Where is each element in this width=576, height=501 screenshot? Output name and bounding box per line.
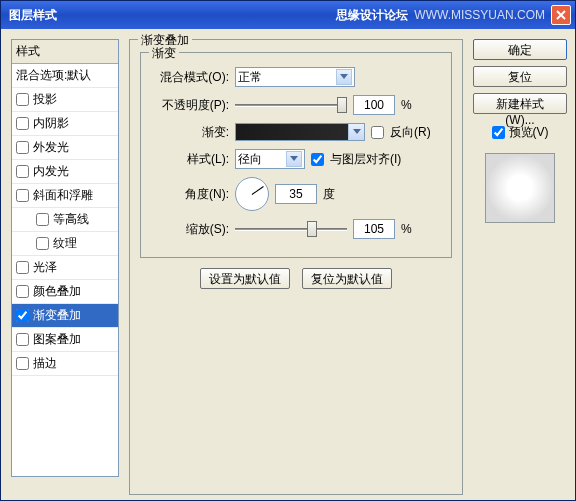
style-outer-glow[interactable]: 外发光 [12, 136, 118, 160]
pattern-overlay-checkbox[interactable] [16, 333, 29, 346]
style-label: 样式(L): [151, 151, 229, 168]
style-inner-glow[interactable]: 内发光 [12, 160, 118, 184]
angle-label: 角度(N): [151, 186, 229, 203]
window-title: 图层样式 [9, 7, 57, 24]
scale-slider[interactable] [235, 219, 347, 239]
gradient-overlay-checkbox[interactable] [16, 309, 29, 322]
cancel-button[interactable]: 复位 [473, 66, 567, 87]
blend-mode-combo[interactable]: 正常 [235, 67, 355, 87]
percent-label-2: % [401, 222, 412, 236]
chevron-down-icon [348, 124, 364, 140]
opacity-label: 不透明度(P): [151, 97, 229, 114]
opacity-input[interactable] [353, 95, 395, 115]
make-default-button[interactable]: 设置为默认值 [200, 268, 290, 289]
gradient-group-title: 渐变 [149, 45, 179, 62]
new-style-button[interactable]: 新建样式(W)... [473, 93, 567, 114]
style-texture[interactable]: 纹理 [12, 232, 118, 256]
style-combo[interactable]: 径向 [235, 149, 305, 169]
watermark-text-2: WWW.MISSYUAN.COM [414, 8, 545, 22]
reset-default-button[interactable]: 复位为默认值 [302, 268, 392, 289]
gradient-group: 渐变 混合模式(O): 正常 不透明度(P): [140, 52, 452, 258]
ok-button[interactable]: 确定 [473, 39, 567, 60]
drop-shadow-checkbox[interactable] [16, 93, 29, 106]
scale-label: 缩放(S): [151, 221, 229, 238]
style-list: 样式 混合选项:默认 投影 内阴影 外发光 内发光 斜面和浮雕 等高线 纹理 光… [11, 39, 119, 477]
preview-checkbox[interactable] [492, 126, 505, 139]
titlebar[interactable]: 图层样式 思缘设计论坛 WWW.MISSYUAN.COM [1, 1, 575, 29]
layer-style-dialog: 图层样式 思缘设计论坛 WWW.MISSYUAN.COM 样式 混合选项:默认 … [0, 0, 576, 501]
style-bevel[interactable]: 斜面和浮雕 [12, 184, 118, 208]
style-inner-shadow[interactable]: 内阴影 [12, 112, 118, 136]
texture-checkbox[interactable] [36, 237, 49, 250]
main-panel: 渐变叠加 渐变 混合模式(O): 正常 不透明度(P): [129, 39, 463, 495]
percent-label: % [401, 98, 412, 112]
watermark-text-1: 思缘设计论坛 [336, 7, 408, 24]
style-gradient-overlay[interactable]: 渐变叠加 [12, 304, 118, 328]
style-list-header[interactable]: 样式 [12, 40, 118, 64]
opacity-slider[interactable] [235, 95, 347, 115]
gradient-picker[interactable] [235, 123, 365, 141]
align-checkbox[interactable] [311, 153, 324, 166]
close-icon [556, 10, 566, 20]
gradient-label: 渐变: [151, 124, 229, 141]
satin-checkbox[interactable] [16, 261, 29, 274]
style-color-overlay[interactable]: 颜色叠加 [12, 280, 118, 304]
color-overlay-checkbox[interactable] [16, 285, 29, 298]
style-satin[interactable]: 光泽 [12, 256, 118, 280]
reverse-checkbox[interactable] [371, 126, 384, 139]
angle-dial[interactable] [235, 177, 269, 211]
style-drop-shadow[interactable]: 投影 [12, 88, 118, 112]
inner-shadow-checkbox[interactable] [16, 117, 29, 130]
chevron-down-icon [336, 69, 352, 85]
preview-thumbnail [485, 153, 555, 223]
inner-glow-checkbox[interactable] [16, 165, 29, 178]
style-stroke[interactable]: 描边 [12, 352, 118, 376]
outer-glow-checkbox[interactable] [16, 141, 29, 154]
chevron-down-icon [286, 151, 302, 167]
close-button[interactable] [551, 5, 571, 25]
degree-label: 度 [323, 186, 335, 203]
stroke-checkbox[interactable] [16, 357, 29, 370]
blend-mode-label: 混合模式(O): [151, 69, 229, 86]
scale-input[interactable] [353, 219, 395, 239]
blend-options-row[interactable]: 混合选项:默认 [12, 64, 118, 88]
style-contour[interactable]: 等高线 [12, 208, 118, 232]
align-label: 与图层对齐(I) [330, 151, 401, 168]
style-pattern-overlay[interactable]: 图案叠加 [12, 328, 118, 352]
contour-checkbox[interactable] [36, 213, 49, 226]
reverse-label: 反向(R) [390, 124, 431, 141]
preview-label: 预览(V) [509, 124, 549, 141]
angle-input[interactable] [275, 184, 317, 204]
bevel-checkbox[interactable] [16, 189, 29, 202]
